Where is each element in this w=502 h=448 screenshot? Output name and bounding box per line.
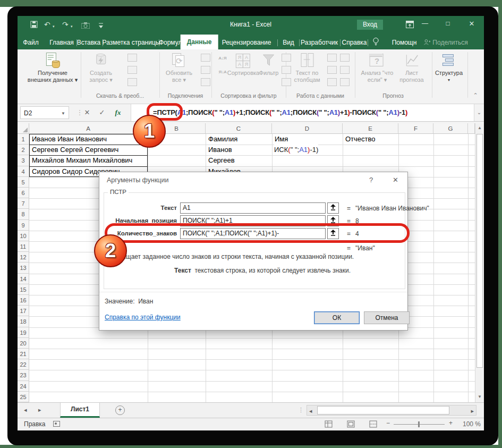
filter-button[interactable]: Фильтр bbox=[259, 52, 279, 91]
arg-input-text[interactable]: A1 bbox=[180, 202, 326, 214]
dialog-help-icon[interactable]: ? bbox=[369, 176, 373, 184]
row-header-9[interactable]: 9 bbox=[18, 220, 29, 231]
collapse-dialog-icon[interactable] bbox=[327, 202, 339, 214]
consolidate-icon[interactable] bbox=[340, 54, 350, 62]
row-header-25[interactable]: 25 bbox=[18, 392, 29, 402]
column-header[interactable] bbox=[468, 123, 475, 134]
macro-record-icon[interactable] bbox=[53, 421, 60, 427]
refresh-all-button[interactable]: ⟳Обновитьвсе ▾ bbox=[166, 52, 192, 91]
cell-edit-overlay[interactable]: ИСК(" ";A1)-1) bbox=[274, 145, 318, 155]
tab-developer[interactable]: Разработчик bbox=[301, 36, 338, 49]
tab-review[interactable]: Рецензирование bbox=[222, 36, 271, 49]
zoom-slider-handle[interactable] bbox=[418, 421, 420, 427]
row-header-23[interactable]: 23 bbox=[18, 370, 29, 381]
scroll-right-icon[interactable]: ▸ bbox=[471, 408, 474, 415]
page-break-view-icon[interactable] bbox=[369, 420, 377, 428]
cell-C3[interactable]: Сергеев bbox=[208, 155, 235, 166]
tab-help[interactable]: Справка bbox=[342, 36, 367, 49]
sheet-next-icon[interactable]: ▸ bbox=[38, 407, 41, 413]
sort-button[interactable]: ЯААЯСортировка bbox=[227, 52, 259, 91]
remove-duplicates-icon[interactable] bbox=[327, 66, 337, 74]
row-header-6[interactable]: 6 bbox=[18, 188, 29, 198]
scroll-down-icon[interactable]: ▼ bbox=[475, 394, 484, 399]
signin-button[interactable]: Вход bbox=[357, 20, 383, 30]
row-header-21[interactable]: 21 bbox=[18, 349, 29, 359]
row-header-2[interactable]: 2 bbox=[18, 145, 29, 155]
cell-C2[interactable]: Иванов bbox=[208, 145, 232, 155]
forecast-sheet-button[interactable]: Листпрогноза bbox=[399, 52, 423, 91]
select-all-corner[interactable] bbox=[23, 128, 28, 132]
cell-D1[interactable]: Имя bbox=[275, 134, 288, 145]
relationships-icon[interactable] bbox=[340, 66, 350, 74]
show-queries-icon[interactable] bbox=[127, 54, 137, 62]
vertical-scroll-thumb[interactable] bbox=[477, 134, 483, 368]
close-icon[interactable]: ✕ bbox=[466, 20, 478, 28]
tab-assistant[interactable]: Помощн bbox=[392, 36, 417, 49]
row-header-7[interactable]: 7 bbox=[18, 198, 29, 209]
chevron-down-icon[interactable]: ▼ bbox=[61, 107, 65, 120]
column-header-A[interactable]: A bbox=[29, 123, 148, 134]
row-header-16[interactable]: 16 bbox=[18, 295, 29, 306]
ribbon-display-options-icon[interactable] bbox=[406, 21, 414, 30]
tab-home[interactable]: Главная bbox=[49, 36, 74, 49]
tab-page-layout[interactable]: Разметка страницы bbox=[103, 36, 160, 49]
column-header[interactable] bbox=[18, 123, 29, 134]
text-to-columns-button[interactable]: Текст постолбцам bbox=[294, 52, 320, 91]
tab-data[interactable]: Данные bbox=[181, 35, 218, 49]
zoom-level[interactable]: 100 % bbox=[463, 420, 481, 428]
sort-za-icon[interactable]: Я↓А bbox=[218, 69, 227, 77]
minimize-icon[interactable]: — bbox=[419, 20, 431, 27]
horizontal-scroll-thumb[interactable] bbox=[317, 406, 449, 415]
help-link[interactable]: Справка по этой функции bbox=[105, 314, 181, 321]
row-header-1[interactable]: 1 bbox=[18, 134, 29, 145]
cancel-button[interactable]: Отмена bbox=[364, 311, 410, 324]
column-header-C[interactable]: C bbox=[206, 123, 272, 134]
collapse-ribbon-icon[interactable]: ⌃ bbox=[473, 92, 478, 99]
cell-E1[interactable]: Отчество bbox=[345, 134, 376, 145]
formula-bar-expand-icon[interactable]: ⌄ bbox=[474, 104, 484, 121]
row-header-22[interactable]: 22 bbox=[18, 359, 29, 370]
outline-button[interactable]: Структура▾ bbox=[435, 52, 463, 91]
sheet-prev-icon[interactable]: ◂ bbox=[24, 407, 27, 413]
row-header-13[interactable]: 13 bbox=[18, 263, 29, 273]
row-header-5[interactable]: 5 bbox=[18, 177, 29, 188]
tab-share[interactable]: Поделиться bbox=[423, 36, 467, 49]
lightbulb-icon[interactable] bbox=[372, 37, 379, 48]
row-header-12[interactable]: 12 bbox=[18, 252, 29, 263]
ok-button[interactable]: ОК bbox=[314, 311, 360, 324]
horizontal-scrollbar[interactable]: ◂ ▸ bbox=[307, 405, 477, 416]
what-if-button[interactable]: ?Анализ "чтоесли" ▾ bbox=[361, 52, 394, 91]
row-header-14[interactable]: 14 bbox=[18, 274, 29, 284]
page-layout-view-icon[interactable] bbox=[347, 420, 355, 428]
reapply-icon[interactable] bbox=[282, 66, 291, 74]
vertical-scrollbar[interactable]: ▲ ▼ bbox=[475, 123, 484, 402]
row-header-20[interactable]: 20 bbox=[18, 338, 29, 349]
from-table-icon[interactable] bbox=[127, 66, 137, 74]
maximize-icon[interactable]: □ bbox=[442, 20, 454, 27]
row-header-8[interactable]: 8 bbox=[18, 209, 29, 219]
advanced-filter-icon[interactable] bbox=[282, 78, 291, 86]
cancel-button[interactable]: ✕ bbox=[80, 106, 94, 119]
flash-fill-icon[interactable] bbox=[327, 54, 337, 62]
tab-insert[interactable]: Вставка bbox=[77, 36, 101, 49]
cell-C1[interactable]: Фамилия bbox=[208, 134, 237, 145]
tab-scroll-splitter[interactable]: ⋮ bbox=[298, 407, 304, 413]
dialog-close-icon[interactable]: ✕ bbox=[393, 176, 398, 184]
sheet-tab-list1[interactable]: Лист1 bbox=[60, 403, 100, 418]
row-header-3[interactable]: 3 bbox=[18, 155, 29, 166]
properties-icon[interactable] bbox=[201, 66, 210, 74]
row-header-17[interactable]: 17 bbox=[18, 306, 29, 316]
new-query-button[interactable]: Создатьзапрос ▾ bbox=[89, 52, 112, 91]
row-header-10[interactable]: 10 bbox=[18, 231, 29, 241]
zoom-in-icon[interactable]: + bbox=[449, 419, 453, 427]
edit-links-icon[interactable] bbox=[201, 78, 210, 86]
column-header-E[interactable]: E bbox=[343, 123, 398, 134]
row-header-24[interactable]: 24 bbox=[18, 381, 29, 392]
column-header-F[interactable]: F bbox=[398, 123, 433, 134]
row-header-4[interactable]: 4 bbox=[18, 166, 29, 177]
tab-view[interactable]: Вид bbox=[283, 36, 294, 49]
connections-icon[interactable] bbox=[201, 54, 210, 62]
scroll-up-icon[interactable]: ▲ bbox=[475, 125, 484, 130]
column-header-G[interactable]: G bbox=[433, 123, 468, 134]
row-header-19[interactable]: 19 bbox=[18, 327, 29, 338]
